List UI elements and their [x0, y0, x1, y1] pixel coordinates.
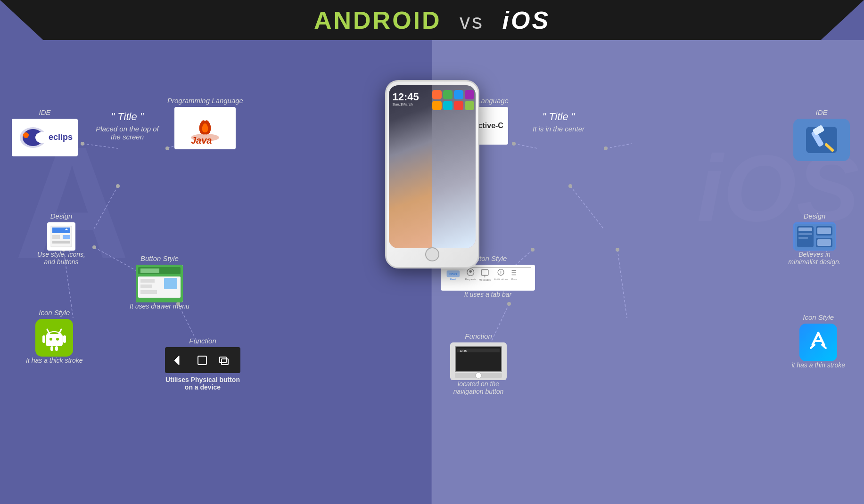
svg-rect-22 — [42, 335, 45, 343]
svg-rect-45 — [444, 267, 531, 289]
ios-title-label: " Title " — [542, 111, 575, 123]
svg-rect-25 — [55, 346, 58, 351]
svg-point-2 — [35, 132, 49, 143]
android-button-style-desc: It uses drawer menu — [130, 302, 189, 310]
ios-icon-style-desc: it has a thin stroke — [791, 361, 845, 369]
android-ide-label: IDE — [39, 108, 50, 116]
ios-icon-label: Icon Style — [803, 313, 834, 321]
app-icon-5 — [432, 101, 442, 110]
android-prog-lang-section: Programming Language Java — [167, 97, 243, 149]
svg-rect-42 — [798, 237, 808, 239]
svg-text:Java: Java — [191, 135, 212, 145]
ios-screen — [432, 85, 476, 248]
ios-button-style-desc: It uses a tab bar — [464, 291, 511, 298]
android-icon-style-section: Icon Style It has a thick stroke — [26, 309, 83, 364]
ios-function-desc: located on the navigation button — [448, 380, 509, 395]
ios-icon-style-section: Icon Style it has a thin stroke — [791, 313, 845, 369]
app-icon-1 — [432, 90, 442, 99]
ios-title-section: " Title " It is in the center — [533, 111, 584, 133]
svg-rect-40 — [798, 228, 812, 231]
phone-date: Sun,1March — [393, 102, 413, 106]
phone-mockup: 12:45 Sun,1March — [385, 80, 479, 268]
app-icon-3 — [454, 90, 463, 99]
xcode-logo — [793, 119, 850, 161]
svg-rect-9 — [52, 235, 60, 239]
android-button-label: Button Style — [140, 254, 179, 262]
svg-text:Feed: Feed — [450, 277, 456, 280]
app-icon-6 — [443, 101, 453, 110]
vs-text: vs — [460, 10, 484, 33]
app-grid — [432, 90, 475, 110]
android-design-section: Design Use style, icons, and buttons — [33, 212, 90, 266]
svg-rect-8 — [52, 228, 70, 233]
android-function-icon — [165, 347, 240, 373]
ios-function-label: Function — [465, 332, 492, 340]
svg-rect-17 — [140, 290, 157, 294]
svg-point-20 — [49, 338, 52, 341]
svg-text:News: News — [449, 272, 457, 276]
ios-design-desc: Believes in minimalist design. — [784, 251, 845, 266]
android-design-icon — [47, 222, 75, 251]
ios-ide-label: IDE — [815, 108, 827, 116]
ios-function-section: Function 12:45 located on the navigation… — [448, 332, 509, 395]
phone-home-button — [425, 247, 439, 261]
ios-design-icon — [793, 222, 836, 251]
android-screen: 12:45 Sun,1March — [389, 85, 432, 248]
android-robot-icon — [35, 319, 73, 357]
svg-rect-15 — [140, 279, 155, 283]
ios-function-icon: 12:45 — [450, 342, 507, 380]
svg-text:Requests: Requests — [465, 277, 477, 280]
android-icon-style-desc: It has a thick stroke — [26, 357, 83, 364]
ios-appstore-icon — [799, 324, 837, 361]
svg-text:More: More — [511, 277, 517, 280]
android-function-desc: Utilises Physical button on a device — [165, 376, 240, 391]
android-title-desc: Placed on the top of the screen — [92, 125, 163, 141]
app-icon-7 — [454, 101, 463, 110]
phone-body: 12:45 Sun,1March — [385, 80, 479, 268]
android-button-style-section: Button Style It uses drawer menu — [130, 254, 189, 310]
ios-tabbar-icon: News Feed Requests Messages Notification… — [441, 265, 535, 291]
app-icon-8 — [465, 101, 474, 110]
svg-rect-18 — [164, 278, 177, 289]
android-prog-label: Programming Language — [167, 97, 243, 105]
ios-title-text: iOS — [502, 7, 551, 34]
svg-rect-13 — [140, 268, 159, 273]
svg-text:Notifications: Notifications — [494, 277, 508, 280]
svg-text:eclipse: eclipse — [49, 132, 73, 142]
svg-text:12:45: 12:45 — [460, 350, 467, 352]
ios-design-section: Design Believes in minimalist design. — [784, 212, 845, 266]
ios-design-label: Design — [804, 212, 826, 220]
svg-rect-16 — [140, 285, 152, 288]
android-function-section: Function Utilises Physical button on a d… — [165, 337, 240, 391]
android-title-label: " Title " — [111, 111, 143, 123]
android-button-icon — [136, 265, 183, 302]
svg-point-21 — [56, 338, 59, 341]
svg-rect-19 — [46, 334, 63, 346]
app-icon-2 — [443, 90, 453, 99]
android-function-label: Function — [189, 337, 216, 345]
svg-rect-10 — [52, 241, 70, 244]
svg-rect-43 — [817, 228, 831, 234]
java-logo: Java — [174, 107, 236, 149]
eclipse-logo: eclipse — [12, 119, 78, 156]
svg-text:Messages: Messages — [479, 278, 491, 281]
phone-time: 12:45 — [393, 91, 419, 103]
android-title-text: ANDROID — [314, 7, 442, 34]
phone-screen: 12:45 Sun,1March — [389, 85, 476, 248]
svg-point-63 — [476, 373, 481, 378]
main-content: A iOS 12:45 Sun,1March — [0, 40, 864, 504]
android-icon-label: Icon Style — [39, 309, 70, 317]
android-design-desc: Use style, icons, and buttons — [33, 251, 90, 266]
ios-ide-section: IDE — [793, 108, 850, 161]
android-design-label: Design — [50, 212, 73, 220]
android-title-section: " Title " Placed on the top of the scree… — [92, 111, 163, 141]
svg-rect-41 — [798, 233, 812, 235]
svg-rect-24 — [50, 346, 53, 351]
svg-rect-44 — [817, 239, 831, 246]
header-banner: ANDROID vs iOS — [0, 0, 864, 40]
app-icon-4 — [465, 90, 474, 99]
header-title: ANDROID vs iOS — [314, 6, 550, 34]
ios-title-desc: It is in the center — [533, 125, 584, 133]
svg-rect-23 — [63, 335, 66, 343]
android-ide-section: IDE eclipse — [12, 108, 78, 156]
